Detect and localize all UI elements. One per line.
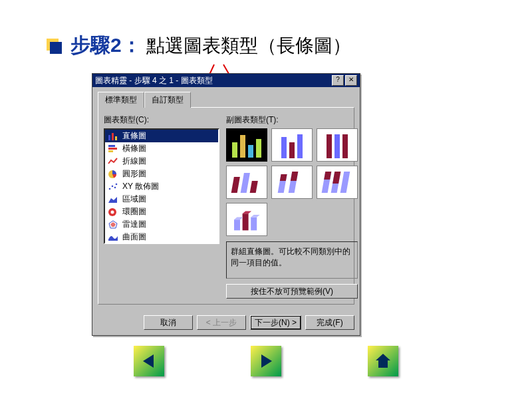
dialog-button-row: 取消 < 上一步 下一步(N) > 完成(F) (92, 310, 360, 335)
list-item-label: 環圈圖 (122, 206, 146, 217)
subtype-option[interactable] (226, 166, 267, 199)
list-item[interactable]: 直條圖 (105, 130, 218, 142)
slide-title: 步驟2： 點選圖表類型（長條圖） (70, 32, 351, 59)
svg-rect-16 (231, 177, 240, 193)
radar-chart-icon (108, 220, 118, 229)
list-item[interactable]: 雷達圖 (105, 218, 218, 231)
chart-type-list[interactable]: 直條圖 橫條圖 折線圖 (104, 128, 219, 244)
instruction-text: 點選圖表類型（長條圖） (146, 35, 351, 56)
chart-type-column: 圖表類型(C): 直條圖 橫條圖 (104, 113, 219, 299)
list-item-label: XY 散佈圖 (122, 181, 159, 192)
svg-marker-31 (234, 217, 243, 220)
arrow-right-icon (257, 352, 275, 370)
svg-marker-36 (376, 354, 390, 368)
next-button[interactable]: 下一步(N) > (250, 315, 301, 330)
svg-rect-3 (108, 145, 115, 147)
chart-type-label: 圖表類型(C): (104, 114, 219, 126)
list-item-label: 圓形圖 (122, 168, 146, 180)
svg-point-8 (112, 185, 114, 187)
tab-custom[interactable]: 自訂類型 (144, 92, 191, 108)
area-chart-icon (108, 195, 118, 204)
chart-wizard-dialog: 圖表精靈 - 步驟 4 之 1 - 圖表類型 ? ✕ 標準類型 自訂類型 圖表類… (92, 73, 360, 336)
subtype-description: 群組直條圖。可比較不同類別中的同一項目的值。 (226, 241, 358, 279)
subtype-column: 副圖表類型(T): (226, 113, 358, 299)
svg-point-7 (109, 188, 111, 190)
list-item[interactable]: 橫條圖 (105, 142, 218, 155)
finish-button[interactable]: 完成(F) (305, 315, 354, 330)
back-button[interactable]: < 上一步 (197, 315, 246, 330)
list-item-label: 直條圖 (122, 130, 146, 142)
tab-standard[interactable]: 標準類型 (98, 92, 144, 108)
pie-chart-icon (108, 170, 118, 179)
surface-chart-icon (108, 233, 118, 242)
subtype-option[interactable] (271, 128, 313, 162)
list-item-label: 雷達圖 (122, 219, 146, 230)
list-item[interactable]: 折線圖 (105, 155, 218, 168)
svg-rect-20 (280, 174, 287, 181)
step-label: 步驟2： (70, 34, 142, 56)
svg-marker-32 (243, 211, 252, 214)
svg-rect-1 (112, 133, 114, 140)
subtype-option[interactable] (226, 128, 267, 162)
subtype-label: 副圖表類型(T): (226, 114, 358, 126)
scatter-chart-icon (108, 182, 118, 192)
list-item[interactable]: 環圈圖 (105, 205, 218, 218)
svg-rect-26 (332, 172, 340, 184)
tab-strip: 標準類型 自訂類型 (98, 91, 354, 107)
list-item[interactable]: XY 散佈圖 (105, 180, 218, 193)
nav-home-button[interactable] (368, 346, 398, 376)
svg-marker-34 (143, 354, 154, 368)
list-item-label: 曲面圖 (122, 231, 146, 243)
column-chart-icon (108, 132, 118, 141)
svg-rect-22 (291, 172, 298, 181)
list-item[interactable]: 圓形圖 (105, 168, 218, 180)
slide-nav (0, 346, 532, 376)
svg-marker-33 (251, 215, 260, 217)
svg-point-13 (111, 210, 114, 213)
cancel-button[interactable]: 取消 (144, 315, 193, 330)
subtype-option[interactable] (317, 166, 358, 199)
svg-marker-11 (108, 197, 117, 203)
close-button[interactable]: ✕ (345, 75, 357, 86)
svg-rect-5 (108, 150, 113, 152)
svg-rect-0 (108, 135, 110, 140)
slide-bullet (47, 39, 59, 51)
svg-rect-30 (251, 217, 257, 231)
nav-prev-button[interactable] (134, 346, 164, 376)
svg-rect-4 (108, 148, 117, 150)
svg-rect-18 (250, 181, 258, 193)
bar-chart-icon (108, 144, 118, 154)
list-item[interactable]: 曲面圖 (105, 231, 218, 243)
dialog-title: 圖表精靈 - 步驟 4 之 1 - 圖表類型 (95, 75, 213, 86)
subtype-option[interactable] (226, 203, 267, 236)
subtype-option[interactable] (271, 166, 313, 199)
dialog-pane: 圖表類型(C): 直條圖 橫條圖 (98, 107, 354, 305)
svg-point-9 (114, 186, 116, 188)
list-item[interactable]: 區域圖 (105, 193, 218, 205)
svg-rect-17 (241, 173, 250, 193)
home-icon (374, 352, 392, 370)
nav-next-button[interactable] (251, 346, 281, 376)
dialog-titlebar[interactable]: 圖表精靈 - 步驟 4 之 1 - 圖表類型 ? ✕ (92, 74, 360, 87)
svg-marker-15 (110, 222, 116, 227)
subtype-option[interactable] (317, 128, 358, 162)
svg-rect-27 (340, 172, 350, 193)
list-item-label: 橫條圖 (122, 143, 146, 154)
svg-rect-24 (324, 172, 331, 180)
svg-rect-2 (115, 136, 117, 140)
preview-button[interactable]: 按住不放可預覽範例(V) (226, 284, 358, 299)
arrow-left-icon (140, 352, 158, 370)
svg-rect-28 (234, 219, 240, 230)
list-item-label: 折線圖 (122, 156, 146, 167)
subtype-grid (226, 128, 358, 236)
svg-point-10 (116, 183, 118, 185)
svg-marker-35 (261, 354, 272, 368)
line-chart-icon (108, 157, 118, 166)
list-item-label: 區域圖 (122, 194, 146, 205)
help-button[interactable]: ? (332, 75, 344, 86)
svg-rect-29 (243, 213, 249, 230)
doughnut-chart-icon (108, 207, 118, 217)
